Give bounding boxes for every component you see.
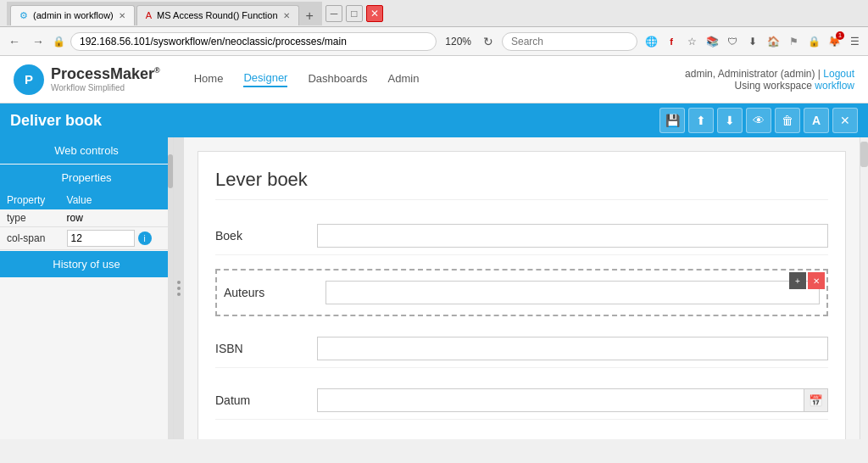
colspan-input[interactable] xyxy=(67,230,135,247)
save-button[interactable]: 💾 xyxy=(659,108,685,133)
reload-button[interactable]: ↻ xyxy=(480,33,497,50)
new-tab-button[interactable]: + xyxy=(301,7,319,25)
logo-text: ProcessMaker® Workflow Simplified xyxy=(51,65,160,94)
firefox-icon[interactable]: f xyxy=(663,33,680,50)
download-button[interactable]: ⬇ xyxy=(717,108,743,133)
browser-titlebar: ⚙ (admin in workflow) ✕ A MS Access Roun… xyxy=(0,0,868,27)
star-icon[interactable]: ☆ xyxy=(683,33,700,50)
field-label-boek: Boek xyxy=(215,229,317,243)
tab-ms-access[interactable]: A MS Access Round() Function ✕ xyxy=(136,5,299,25)
lock-icon: 🔒 xyxy=(53,36,65,47)
back-button[interactable]: ← xyxy=(5,33,24,50)
logout-link[interactable]: Logout xyxy=(823,68,854,80)
tab-bar: ⚙ (admin in workflow) ✕ A MS Access Roun… xyxy=(7,2,322,25)
privacy-icon[interactable]: 🔒 xyxy=(805,33,822,50)
field-row-datum: Datum 📅 xyxy=(215,382,828,420)
field-row-auteurs: + ✕ Auteurs xyxy=(215,269,828,316)
nav-dashboards[interactable]: Dashboards xyxy=(308,72,367,86)
property-col-header: Property xyxy=(0,191,60,209)
resizer-dot-2 xyxy=(177,287,181,290)
browser-toolbar-icons: 🌐 f ☆ 📚 🛡 ⬇ 🏠 ⚑ 🔒 🦊 1 ☰ xyxy=(643,33,863,50)
minimize-button[interactable]: ─ xyxy=(326,5,342,22)
zoom-level: 120% xyxy=(442,36,475,47)
close-form-button[interactable]: ✕ xyxy=(832,108,858,133)
bookmark-icon[interactable]: 📚 xyxy=(704,33,721,50)
forward-button[interactable]: → xyxy=(29,33,47,50)
security-icon[interactable]: ⚑ xyxy=(785,33,802,50)
prop-row-colspan: col-span i xyxy=(0,227,173,250)
logo-icon: P xyxy=(14,64,44,95)
main-nav: Home Designer Dashboards Admin xyxy=(194,71,685,87)
row-delete-button[interactable]: ✕ xyxy=(808,272,825,289)
prop-row-type: type row xyxy=(0,209,173,227)
sidebar-resizer[interactable] xyxy=(174,137,184,439)
prop-key-colspan: col-span xyxy=(0,227,60,250)
nav-admin[interactable]: Admin xyxy=(388,72,420,86)
field-label-isbn: ISBN xyxy=(215,342,317,355)
datum-input-wrapper: 📅 xyxy=(317,388,828,412)
nav-designer[interactable]: Designer xyxy=(243,71,287,87)
globe-icon[interactable]: 🌐 xyxy=(643,33,659,50)
field-row-isbn: ISBN xyxy=(215,330,828,368)
url-bar[interactable] xyxy=(70,32,437,51)
tab-close-2[interactable]: ✕ xyxy=(283,11,290,20)
tab-close-1[interactable]: ✕ xyxy=(119,11,125,20)
field-input-auteurs[interactable] xyxy=(326,281,820,304)
nav-home[interactable]: Home xyxy=(194,72,224,86)
prop-value-type: row xyxy=(60,209,173,227)
prop-key-type: type xyxy=(0,209,60,227)
address-bar: ← → 🔒 120% ↻ 🌐 f ☆ 📚 🛡 ⬇ 🏠 ⚑ 🔒 🦊 1 ☰ xyxy=(0,27,868,56)
field-input-datum[interactable] xyxy=(317,388,828,412)
logo-main-text: ProcessMaker® xyxy=(51,65,160,84)
shield-icon[interactable]: 🛡 xyxy=(724,33,741,50)
sidebar: Web controls Properties Property Value t… xyxy=(0,137,174,439)
value-col-header: Value xyxy=(60,191,173,209)
svg-text:P: P xyxy=(25,72,33,86)
menu-icon[interactable]: ☰ xyxy=(846,33,863,50)
history-button[interactable]: History of use xyxy=(0,251,173,277)
font-button[interactable]: A xyxy=(804,108,829,133)
properties-button[interactable]: Properties xyxy=(0,165,173,191)
content-area: Lever boek Boek + ✕ Auteurs ISBN xyxy=(184,137,860,439)
page-titlebar: Deliver book 💾 ⬆ ⬇ 👁 🗑 A ✕ xyxy=(0,103,868,137)
user-area: admin, Administrator (admin) | Logout Us… xyxy=(685,68,854,92)
field-row-boek: Boek xyxy=(215,217,828,255)
addon-icon[interactable]: 🦊 1 xyxy=(826,33,843,50)
form-container: Lever boek Boek + ✕ Auteurs ISBN xyxy=(198,151,846,439)
resizer-dot-3 xyxy=(177,293,181,296)
page-actions: 💾 ⬆ ⬇ 👁 🗑 A ✕ xyxy=(659,108,858,133)
web-controls-button[interactable]: Web controls xyxy=(0,137,173,164)
window-close-button[interactable]: ✕ xyxy=(366,5,383,22)
field-label-datum: Datum xyxy=(215,393,317,407)
field-label-auteurs: Auteurs xyxy=(224,286,326,299)
calendar-button[interactable]: 📅 xyxy=(804,388,828,412)
field-input-isbn[interactable] xyxy=(317,337,828,360)
preview-button[interactable]: 👁 xyxy=(746,108,771,133)
app-header: P ProcessMaker® Workflow Simplified Home… xyxy=(0,56,868,103)
browser-search-input[interactable] xyxy=(502,32,637,51)
row-add-button[interactable]: + xyxy=(789,272,806,289)
logo-sub-text: Workflow Simplified xyxy=(51,83,160,93)
prop-value-colspan: i xyxy=(60,227,173,250)
info-icon[interactable]: i xyxy=(138,232,152,245)
home-icon[interactable]: 🏠 xyxy=(765,33,782,50)
delete-button[interactable]: 🗑 xyxy=(775,108,800,133)
form-title: Lever boek xyxy=(215,169,828,200)
content-scrollbar[interactable] xyxy=(860,137,868,439)
field-input-boek[interactable] xyxy=(317,224,828,248)
tab-admin-workflow[interactable]: ⚙ (admin in workflow) ✕ xyxy=(10,5,135,25)
download-icon[interactable]: ⬇ xyxy=(744,33,761,50)
main-layout: Web controls Properties Property Value t… xyxy=(0,137,868,439)
restore-button[interactable]: □ xyxy=(346,5,363,22)
upload-button[interactable]: ⬆ xyxy=(688,108,714,133)
logo-area: P ProcessMaker® Workflow Simplified xyxy=(14,64,160,95)
resizer-dot-1 xyxy=(177,281,181,284)
row-actions-auteurs: + ✕ xyxy=(789,272,825,289)
workspace-link[interactable]: workflow xyxy=(815,80,854,92)
properties-table: Property Value type row col-span i xyxy=(0,191,173,250)
sidebar-scrollbar[interactable] xyxy=(168,137,173,439)
page-title: Deliver book xyxy=(10,112,102,130)
